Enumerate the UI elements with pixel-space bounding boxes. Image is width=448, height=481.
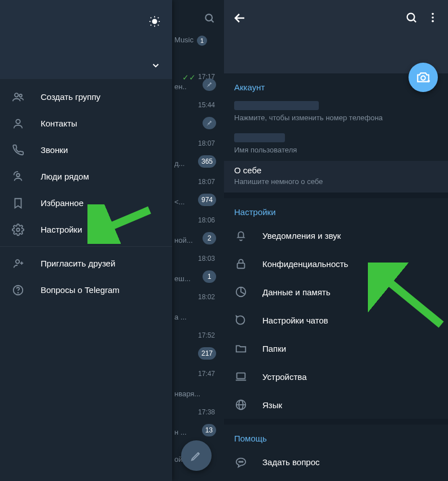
setting-sub: Напишите немного о себе	[234, 177, 438, 186]
pie-icon	[234, 285, 248, 299]
chat-badge: 13	[202, 424, 216, 436]
pin-icon	[203, 117, 216, 129]
svg-point-40	[242, 461, 243, 462]
svg-point-10	[19, 94, 22, 97]
chevron-down-icon[interactable]	[151, 60, 161, 71]
redacted-phone	[234, 101, 319, 110]
svg-point-9	[15, 93, 18, 97]
chat-badge: 217	[198, 347, 216, 360]
chat-time: 18:02	[198, 293, 215, 301]
chat-preview: нваря...	[174, 390, 200, 398]
help-ask-question[interactable]: Задать вопрос	[224, 448, 448, 476]
menu-label: Создать группу	[41, 92, 100, 102]
laptop-icon	[234, 370, 248, 383]
chat-time: 17:38	[198, 408, 215, 416]
menu-create-group[interactable]: Создать группу	[0, 84, 172, 110]
chat-time: 18:07	[198, 139, 215, 147]
chat-row[interactable]: 18:07 <... 974	[172, 174, 224, 213]
settings-devices[interactable]: Устройства	[224, 362, 448, 391]
settings-label: Уведомления и звук	[262, 231, 341, 240]
compose-fab[interactable]	[181, 440, 212, 471]
search-icon[interactable]	[405, 11, 418, 24]
chat-row[interactable]: 18:03 еш... 1	[172, 251, 224, 290]
section-settings-header: Настройки	[224, 198, 448, 221]
menu-label: Пригласить друзей	[41, 259, 115, 268]
setting-phone[interactable]: Нажмите, чтобы изменить номер телефона	[224, 97, 448, 129]
svg-line-41	[379, 274, 441, 325]
chat-row[interactable]: 17:47 нваря...	[172, 366, 224, 405]
menu-label: Звонки	[41, 145, 68, 155]
chat-time: 17:52	[198, 331, 215, 339]
chat-row[interactable]: 18:06 ной... 2	[172, 213, 224, 251]
chat-badge: 974	[198, 194, 216, 206]
settings-header	[224, 0, 448, 73]
section-help-header: Помощь	[224, 425, 448, 448]
chat-row[interactable]: 18:02 а ...	[172, 290, 224, 328]
menu-contacts[interactable]: Контакты	[0, 110, 172, 137]
separator	[0, 246, 172, 247]
chat-icon	[234, 313, 248, 327]
settings-label: Конфиденциальность	[262, 259, 348, 269]
folder-icon	[234, 342, 248, 355]
svg-line-5	[151, 18, 151, 18]
left-screen: Создать группу Контакты Звонки Люди рядо…	[0, 0, 224, 481]
phone-icon	[11, 143, 25, 157]
menu-calls[interactable]: Звонки	[0, 137, 172, 163]
annotation-arrow	[87, 204, 155, 244]
bookmark-icon	[11, 196, 25, 210]
back-icon[interactable]	[233, 11, 247, 25]
svg-line-20	[212, 20, 214, 23]
settings-folders[interactable]: Папки	[224, 334, 448, 362]
chat-row[interactable]: 15:44	[172, 98, 224, 136]
svg-line-24	[414, 20, 416, 22]
chat-preview: еш...	[174, 274, 191, 283]
svg-point-19	[205, 14, 212, 21]
right-screen: Аккаунт Нажмите, чтобы изменить номер те…	[224, 0, 448, 481]
menu-people-nearby[interactable]: Люди рядом	[0, 163, 172, 190]
chat-name: Music	[174, 36, 194, 44]
svg-point-39	[240, 461, 241, 462]
menu-invite-friends[interactable]: Пригласить друзей	[0, 250, 172, 277]
svg-line-21	[99, 210, 150, 231]
help-icon	[11, 283, 25, 297]
chat-row[interactable]: Music 1	[172, 31, 224, 69]
menu-faq[interactable]: Вопросы о Telegram	[0, 277, 172, 303]
setting-username[interactable]: Имя пользователя	[224, 129, 448, 161]
chat-row[interactable]: 17:52 217	[172, 328, 224, 366]
chat-badge: 1	[203, 270, 216, 283]
chat-row[interactable]: ✓✓ 17:17 ен..	[172, 69, 224, 98]
settings-language[interactable]: Язык	[224, 391, 448, 419]
chat-badge: 365	[198, 155, 216, 168]
settings-label: Данные и память	[262, 287, 331, 297]
bell-icon	[234, 229, 248, 242]
person-icon	[11, 117, 25, 130]
settings-notifications[interactable]: Уведомления и звук	[224, 221, 448, 250]
svg-point-23	[407, 14, 415, 21]
checks-icon: ✓✓	[182, 73, 196, 82]
chat-preview: д...	[174, 159, 185, 168]
more-icon[interactable]	[427, 11, 439, 24]
menu-label: Вопросы о Telegram	[41, 285, 120, 295]
setting-sub: Имя пользователя	[234, 146, 438, 154]
chat-header	[172, 0, 224, 31]
chat-badge: 1	[197, 36, 207, 46]
search-icon[interactable]	[204, 12, 215, 24]
svg-point-13	[16, 228, 20, 231]
chat-row[interactable]: 18:07 д... 365	[172, 136, 224, 174]
chat-list: Music 1 ✓✓ 17:17 ен.. 15:44 18:07 д... 3…	[172, 0, 224, 481]
setting-bio[interactable]: О себе Напишите немного о себе	[224, 161, 448, 193]
chat-badge: 2	[203, 232, 216, 244]
chat-time: 15:44	[198, 101, 215, 109]
svg-point-12	[16, 173, 20, 177]
chat-preview: ен..	[174, 82, 187, 91]
annotation-arrow	[368, 263, 447, 330]
menu-label: Люди рядом	[41, 172, 89, 181]
drawer-menu: Создать группу Контакты Звонки Люди рядо…	[0, 79, 172, 303]
camera-fab[interactable]	[409, 63, 438, 92]
setting-title: О себе	[234, 165, 438, 175]
svg-point-26	[432, 16, 434, 19]
svg-rect-33	[237, 373, 245, 379]
chat-row[interactable]: 17:38 н ... 13	[172, 405, 224, 443]
chat-preview: а ...	[174, 313, 187, 321]
theme-toggle-icon[interactable]	[147, 14, 162, 29]
